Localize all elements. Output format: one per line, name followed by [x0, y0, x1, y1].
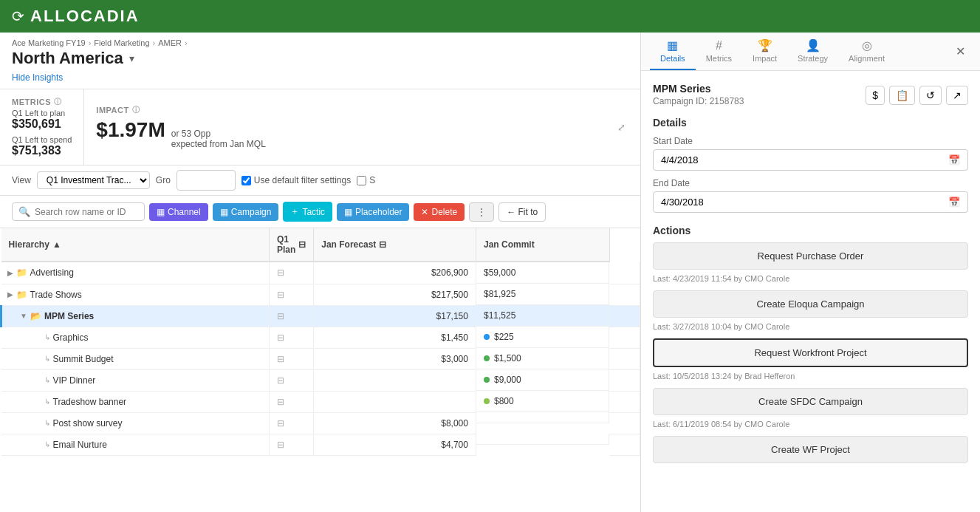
tab-impact[interactable]: 🏆 Impact [742, 33, 787, 70]
jan-forecast-cell: $9,000 [476, 369, 609, 391]
refresh-icon-btn[interactable]: ↺ [919, 86, 942, 105]
close-button[interactable]: ✕ [950, 38, 971, 64]
table-row[interactable]: ▼📂MPM Series⊟$17,150$11,525 [1, 305, 640, 327]
action-btn-request-po[interactable]: Request Purchase Order [653, 242, 968, 270]
row-action-icon[interactable]: ⊟ [277, 290, 284, 300]
fit-to-button[interactable]: ← Fit to [498, 202, 546, 222]
row-name: Email Nurture [53, 440, 107, 450]
gray-btn[interactable]: ⋮ [469, 202, 494, 222]
toolbar: 🔍 ▦ Channel ▦ Campaign ＋ Tactic ▦ Placeh… [0, 196, 640, 228]
tab-strategy[interactable]: 👤 Strategy [787, 33, 838, 70]
tab-metrics[interactable]: # Metrics [696, 33, 742, 70]
tab-alignment[interactable]: ◎ Alignment [838, 33, 895, 70]
row-action-icon[interactable]: ⊟ [277, 332, 284, 343]
jan-commit-cell [609, 434, 640, 455]
impact-value: $1.97M [96, 118, 165, 142]
impact-label: IMPACT ⓘ [96, 105, 265, 115]
tactic-icon: ＋ [290, 205, 299, 218]
row-name: Tradeshow banner [53, 397, 127, 407]
table-row[interactable]: ↳Graphics⊟$1,450$225 [1, 327, 640, 348]
jan-forecast-value: $9,000 [494, 375, 521, 385]
view-row: View Q1 Investment Trac... Gro Use defau… [0, 165, 640, 196]
jan-commit-cell [609, 327, 640, 348]
end-date-field[interactable]: 📅 [653, 191, 968, 213]
action-btn-create-sfdc[interactable]: Create SFDC Campaign [653, 388, 968, 415]
impact-suffix: or 53 Opp [171, 129, 266, 139]
tab-details[interactable]: ▦ Details [650, 33, 696, 70]
impact-tab-icon: 🏆 [758, 38, 772, 52]
start-date-field[interactable]: 📅 [653, 149, 968, 171]
expand-icon[interactable]: ▼ [20, 312, 27, 320]
expand-icon[interactable]: ▶ [7, 269, 13, 277]
hierarchy-table: Hierarchy ▲ Q1 Plan ⊟ Ja [0, 228, 640, 456]
jan-forecast-value: $1,500 [494, 353, 521, 363]
q1-filter-icon[interactable]: ⊟ [298, 239, 306, 250]
jan-commit-cell [609, 284, 640, 305]
row-action-icon[interactable]: ⊟ [277, 397, 284, 407]
table-row[interactable]: ▶📁Advertising⊟$206,900$59,000 [1, 262, 640, 284]
placeholder-button[interactable]: ▦ Placeholder [337, 203, 409, 221]
document-icon-btn[interactable]: 📋 [889, 86, 915, 105]
action-btn-request-workfront[interactable]: Request Workfront Project [653, 338, 968, 367]
q1-plan-cell: $1,450 [314, 327, 476, 348]
sort-icon[interactable]: ▲ [52, 239, 61, 250]
breadcrumb-item-2[interactable]: Field Marketing [94, 38, 149, 47]
hierarchy-cell: ▼📂MPM Series [1, 305, 270, 327]
table-row[interactable]: ↳Email Nurture⊟$4,700 [1, 434, 640, 455]
row-actions-cell: ⊟ [269, 284, 313, 305]
external-link-btn[interactable]: ↗ [946, 86, 968, 105]
tactic-button[interactable]: ＋ Tactic [283, 202, 332, 222]
breadcrumb-item-3[interactable]: AMER [158, 38, 182, 47]
right-panel: ▦ Details # Metrics 🏆 Impact 👤 Strategy … [640, 33, 980, 512]
row-actions-cell: ⊟ [269, 262, 313, 284]
table-row[interactable]: ↳Post show survey⊟$8,000 [1, 412, 640, 434]
q1-plan-cell: $8,000 [314, 412, 476, 434]
dollar-icon-btn[interactable]: $ [866, 86, 885, 105]
table-row[interactable]: ↳VIP Dinner⊟$9,000 [1, 369, 640, 391]
group-select[interactable] [177, 170, 236, 191]
row-actions-cell: ⊟ [269, 412, 313, 434]
expand-metrics-btn[interactable]: ⤢ [614, 119, 628, 136]
end-date-input[interactable] [661, 197, 948, 208]
row-actions-cell: ⊟ [269, 348, 313, 369]
page-title-dropdown[interactable]: ▾ [129, 52, 134, 64]
row-action-icon[interactable]: ⊟ [277, 311, 284, 321]
sub-item-arrow: ↳ [44, 333, 50, 341]
s-checkbox[interactable] [357, 176, 366, 185]
hide-insights-link[interactable]: Hide Insights [12, 71, 628, 89]
hierarchy-cell: ↳Email Nurture [1, 434, 270, 455]
search-input[interactable] [35, 207, 138, 217]
row-action-icon[interactable]: ⊟ [277, 375, 284, 386]
row-action-icon[interactable]: ⊟ [277, 418, 284, 429]
row-action-icon[interactable]: ⊟ [277, 440, 284, 450]
table-row[interactable]: ↳Tradeshow banner⊟$800 [1, 391, 640, 412]
jan-commit-cell [609, 305, 640, 327]
jan-forecast-cell [476, 412, 609, 423]
hierarchy-cell: ▶📁Trade Shows [1, 284, 270, 305]
delete-button[interactable]: ✕ Delete [414, 203, 465, 221]
table-row[interactable]: ▶📁Trade Shows⊟$217,500$81,925 [1, 284, 640, 305]
action-btn-create-wf[interactable]: Create WF Project [653, 436, 968, 463]
top-bar: ⟳ ALLOCADIA [0, 0, 980, 33]
view-select[interactable]: Q1 Investment Trac... [37, 171, 150, 189]
table-container: Hierarchy ▲ Q1 Plan ⊟ Ja [0, 228, 640, 512]
row-actions-cell: ⊟ [269, 434, 313, 455]
row-name: MPM Series [44, 311, 94, 321]
s-label: S [369, 175, 375, 185]
alignment-icon: ◎ [862, 38, 872, 52]
breadcrumb-item-1[interactable]: Ace Marketing FY19 [12, 38, 86, 47]
channel-button[interactable]: ▦ Channel [149, 203, 208, 221]
default-filter-checkbox[interactable] [241, 176, 251, 185]
campaign-button[interactable]: ▦ Campaign [213, 203, 279, 221]
jan-filter-icon[interactable]: ⊟ [379, 239, 386, 250]
jan-forecast-cell: $11,525 [476, 305, 609, 327]
table-row[interactable]: ↳Summit Budget⊟$3,000$1,500 [1, 348, 640, 369]
row-action-icon[interactable]: ⊟ [277, 267, 284, 278]
action-btn-create-eloqua[interactable]: Create Eloqua Campaign [653, 290, 968, 318]
breadcrumb-arrow-3: › [185, 38, 188, 47]
expand-icon[interactable]: ▶ [7, 290, 13, 298]
row-action-icon[interactable]: ⊟ [277, 354, 284, 364]
end-date-calendar-icon[interactable]: 📅 [948, 197, 960, 208]
start-date-calendar-icon[interactable]: 📅 [948, 154, 960, 165]
start-date-input[interactable] [661, 154, 948, 165]
